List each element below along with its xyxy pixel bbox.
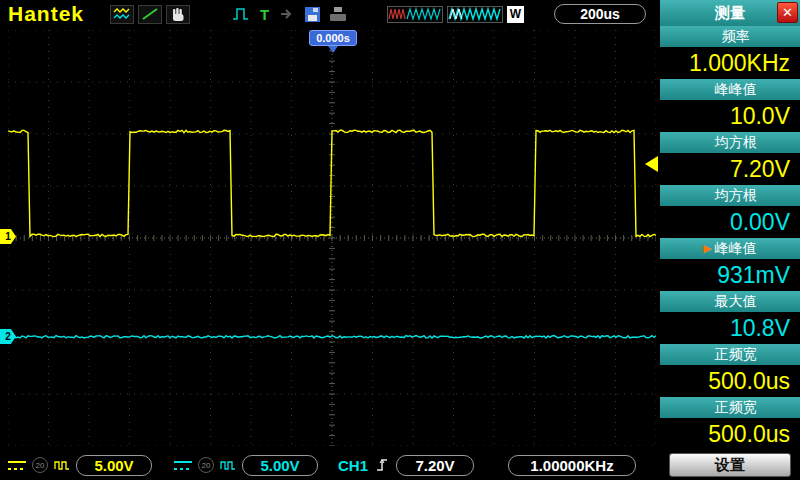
ref-waveform-a-glyph bbox=[388, 7, 442, 22]
window-mode-icon[interactable]: W bbox=[507, 6, 524, 23]
ch1-probe-glyph bbox=[54, 460, 70, 471]
measurement-value: 500.0us bbox=[660, 418, 800, 450]
ch2-probe-glyph bbox=[220, 460, 236, 471]
arrow-icon[interactable] bbox=[279, 7, 295, 21]
ch1-status-group: 20 5.00V bbox=[8, 455, 152, 476]
measurement-item[interactable]: ▶均方根 0.00V bbox=[660, 185, 800, 238]
ch1-bw-limit-badge[interactable]: 20 bbox=[32, 457, 48, 473]
ch2-scale-display[interactable]: 5.00V bbox=[242, 455, 318, 476]
measurement-item[interactable]: ▶最大值 10.8V bbox=[660, 291, 800, 344]
cursor-line-glyph bbox=[141, 7, 159, 21]
brand-logo: Hantek bbox=[8, 2, 84, 26]
measurement-value: 7.20V bbox=[660, 153, 800, 185]
pulse-icon[interactable] bbox=[232, 6, 250, 22]
trigger-level-display[interactable]: 7.20V bbox=[396, 455, 474, 476]
measure-panel-title: 测量 bbox=[715, 4, 745, 23]
measurement-label: 均方根 bbox=[715, 134, 757, 152]
measurement-item[interactable]: ▶频率 1.000KHz bbox=[660, 26, 800, 79]
display-tool-group bbox=[110, 5, 190, 24]
settings-area: 设置 bbox=[660, 450, 800, 480]
reference-waveform-group: W bbox=[387, 6, 524, 23]
frequency-counter[interactable]: 1.00000KHz bbox=[508, 455, 636, 476]
printer-paper bbox=[334, 7, 342, 12]
trigger-slope-icon bbox=[375, 457, 389, 473]
cursor-line-icon[interactable] bbox=[138, 5, 162, 24]
trigger-source-label: CH1 bbox=[338, 457, 368, 474]
oscilloscope-screen: Hantek bbox=[0, 0, 800, 480]
timebase-display[interactable]: 200us bbox=[554, 4, 646, 24]
ch1-probe-icon[interactable] bbox=[54, 460, 70, 471]
measurement-label: 均方根 bbox=[715, 187, 757, 205]
measurement-value: 1.000KHz bbox=[660, 47, 800, 79]
trigger-t-icon[interactable]: T bbox=[260, 6, 269, 23]
printer-body bbox=[330, 14, 346, 21]
measurement-value: 10.8V bbox=[660, 312, 800, 344]
measurement-item[interactable]: ▶正频宽 500.0us bbox=[660, 397, 800, 450]
trigger-status-group: CH1 7.20V bbox=[338, 455, 474, 476]
printer-icon[interactable] bbox=[330, 7, 346, 21]
measurement-item[interactable]: ▶峰峰值 10.0V bbox=[660, 79, 800, 132]
measurement-label: 峰峰值 bbox=[715, 81, 757, 99]
channels-waveform-icon[interactable] bbox=[110, 5, 134, 24]
ref-waveform-a[interactable] bbox=[387, 6, 443, 23]
ch2-bw-limit-badge[interactable]: 20 bbox=[198, 457, 214, 473]
save-icon[interactable] bbox=[305, 7, 320, 22]
measurement-value: 500.0us bbox=[660, 365, 800, 397]
measurement-item[interactable]: ▶均方根 7.20V bbox=[660, 132, 800, 185]
measurement-item[interactable]: ▶正频宽 500.0us bbox=[660, 344, 800, 397]
selected-marker-icon: ▶ bbox=[703, 242, 711, 255]
top-bar: Hantek bbox=[0, 0, 660, 28]
hand-glyph bbox=[171, 7, 185, 22]
measure-panel: 测量 ✕ ▶频率 1.000KHz ▶峰峰值 10.0V ▶均方根 7.20V … bbox=[660, 0, 800, 480]
measurement-label: 正频宽 bbox=[715, 399, 757, 417]
time-offset-marker[interactable]: 0.000s bbox=[304, 28, 362, 53]
close-icon[interactable]: ✕ bbox=[777, 2, 798, 23]
graticule-and-traces bbox=[8, 30, 656, 446]
scope-display[interactable]: 0.000s 1 2 bbox=[8, 30, 656, 446]
acquire-tool-group: T bbox=[232, 6, 346, 23]
measurement-list: ▶频率 1.000KHz ▶峰峰值 10.0V ▶均方根 7.20V ▶均方根 … bbox=[660, 26, 800, 450]
time-offset-label: 0.000s bbox=[309, 30, 357, 46]
ch2-status-group: 20 5.00V bbox=[174, 455, 318, 476]
measurement-label: 最大值 bbox=[715, 293, 757, 311]
floppy-label bbox=[308, 15, 317, 21]
measurement-value: 10.0V bbox=[660, 100, 800, 132]
measurement-label: 频率 bbox=[722, 28, 750, 46]
settings-button[interactable]: 设置 bbox=[669, 453, 791, 477]
measurement-item[interactable]: ▶峰峰值 931mV bbox=[660, 238, 800, 291]
floppy-shutter bbox=[313, 8, 318, 12]
ch1-scale-display[interactable]: 5.00V bbox=[76, 455, 152, 476]
ch2-probe-icon[interactable] bbox=[220, 460, 236, 471]
bottom-bar: 20 5.00V 20 5.00V CH1 7 bbox=[0, 450, 660, 480]
ref-waveform-b[interactable] bbox=[447, 6, 503, 23]
ch2-dc-coupling-icon[interactable] bbox=[174, 461, 192, 470]
ch1-dc-coupling-icon[interactable] bbox=[8, 461, 26, 470]
measurement-value: 0.00V bbox=[660, 206, 800, 238]
trigger-level-marker[interactable] bbox=[645, 156, 658, 172]
measurement-value: 931mV bbox=[660, 259, 800, 291]
measurement-label: 正频宽 bbox=[715, 346, 757, 364]
hand-icon[interactable] bbox=[166, 5, 190, 24]
measure-panel-title-bar: 测量 ✕ bbox=[660, 0, 800, 26]
ref-waveform-b-glyph bbox=[448, 7, 502, 22]
measurement-label: 峰峰值 bbox=[715, 240, 757, 258]
time-offset-pointer-icon bbox=[328, 46, 338, 53]
channels-waveform-glyph bbox=[113, 7, 131, 21]
